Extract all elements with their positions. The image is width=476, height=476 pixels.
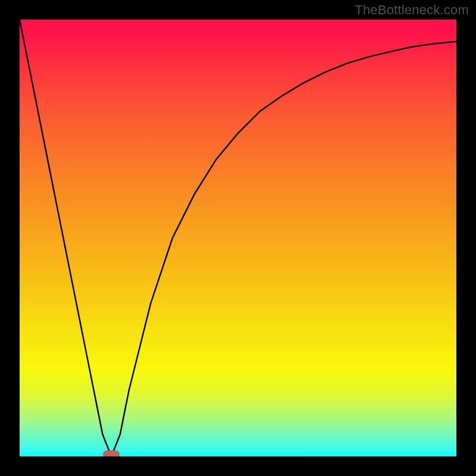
optimal-marker (103, 450, 120, 456)
bottleneck-curve (20, 20, 456, 456)
chart-frame: TheBottleneck.com (0, 0, 476, 476)
plot-area (20, 20, 456, 456)
watermark-text: TheBottleneck.com (355, 2, 469, 18)
